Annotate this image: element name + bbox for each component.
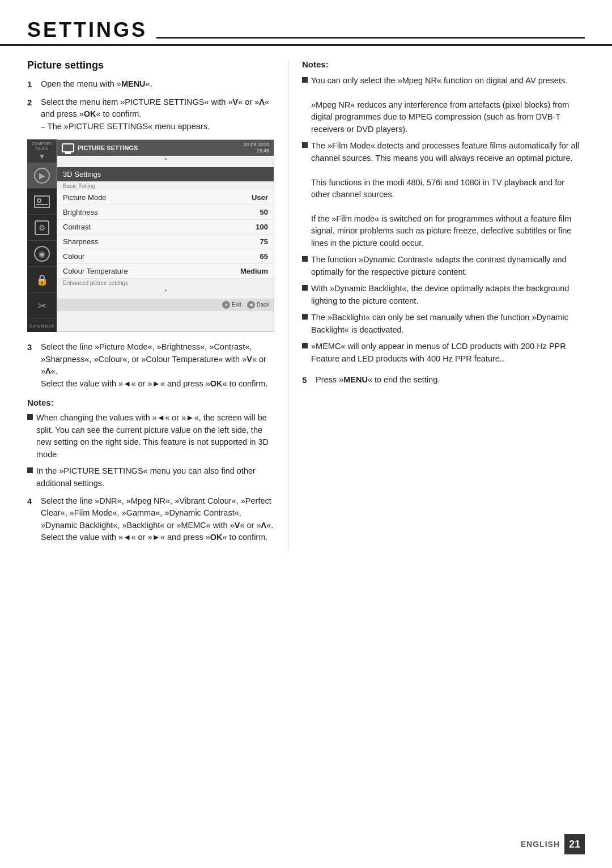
settings-icon: ⚙: [35, 220, 49, 235]
right-column: Notes: You can only select the »Mpeg NR«…: [288, 59, 585, 550]
step-2-num: 2: [27, 96, 36, 133]
step-3: 3 Select the line »Picture Mode«, »Brigh…: [27, 341, 274, 390]
note-2: In the »PICTURE SETTINGS« menu you can a…: [27, 465, 274, 490]
menu-row-colour: Colour 65: [57, 249, 274, 264]
colour-value: 65: [260, 252, 268, 261]
title-line: [156, 37, 585, 39]
contrast-label: Contrast: [63, 223, 91, 231]
page-footer: ENGLISH 21: [521, 834, 585, 854]
picture-settings-menu: COMFORTGUIDE ▼ ▶: [27, 139, 274, 332]
menu-time: 15:48: [256, 148, 269, 154]
step-5-content: Press »MENU« to end the setting.: [316, 374, 585, 386]
sidebar-icon-3: ⚙: [27, 215, 57, 241]
note-1-text: When changing the values with »◄« or »►«…: [36, 412, 274, 461]
s4-ok: OK: [210, 533, 223, 542]
tv-icon: [62, 143, 74, 152]
back-btn: ◀ Back: [247, 301, 269, 309]
picture-icon-circle: [37, 198, 41, 203]
menu-topbar-title: PICTURE SETTINGS: [62, 143, 138, 152]
contrast-value: 100: [256, 223, 268, 231]
s4-v: V: [235, 521, 240, 530]
step-5-num: 5: [302, 374, 311, 386]
tools-icon: ✂: [38, 300, 46, 312]
step5-list: 5 Press »MENU« to end the setting.: [302, 374, 585, 386]
menu-row-3d-label: 3D Settings: [63, 170, 101, 178]
steps-list-2: 3 Select the line »Picture Mode«, »Brigh…: [27, 341, 274, 390]
colour-temp-value: Medium: [240, 267, 268, 275]
comfort-chevron: ▼: [39, 152, 45, 160]
step-1-content: Open the menu with »MENU«.: [41, 78, 274, 91]
notes-heading: Notes:: [27, 398, 274, 407]
right-note-1: You can only select the »Mpeg NR« functi…: [302, 75, 585, 135]
s3-lam: Λ: [45, 367, 51, 376]
menu-body: ˄ 3D Settings Basic Tuning Picture Mode …: [57, 156, 274, 311]
s3-gt: ►: [152, 379, 160, 388]
back-label: Back: [257, 301, 269, 308]
rn1-bullet: [302, 77, 308, 83]
menu-down-arrow: ˅: [57, 287, 274, 299]
exit-btn: ● Exit: [222, 301, 241, 309]
s4-gt: ►: [152, 533, 160, 542]
menu-row-sharpness: Sharpness 75: [57, 235, 274, 249]
right-note-4: With »Dynamic Backlight«, the device opt…: [302, 283, 585, 307]
step-5: 5 Press »MENU« to end the setting.: [302, 374, 585, 386]
s3-v: V: [246, 355, 252, 364]
sharpness-label: Sharpness: [63, 237, 98, 246]
step-2-lam: Λ: [259, 97, 265, 107]
rn6-text: »MEMC« will only appear in menus of LCD …: [311, 341, 585, 365]
exit-icon: ●: [222, 301, 230, 309]
menu-topbar-time: 20.09.2010 15:48: [244, 142, 269, 154]
menu-row-colour-temp: Colour Temperature Medium: [57, 264, 274, 279]
rn4-bullet: [302, 285, 308, 291]
n1-gt: ►: [186, 413, 194, 422]
menu-row-3d: 3D Settings: [57, 167, 274, 182]
sharpness-value: 75: [260, 237, 268, 246]
left-column: Picture settings 1 Open the menu with »M…: [27, 59, 288, 550]
rn1-text: You can only select the »Mpeg NR« functi…: [311, 75, 585, 135]
sidebar-icon-2: [27, 189, 57, 215]
step-4-content: Select the line »DNR«, »Mpeg NR«, »Vibra…: [41, 495, 274, 544]
step-2: 2 Select the menu item »PICTURE SETTINGS…: [27, 96, 274, 133]
right-note-2: The »Film Mode« detects and processes fe…: [302, 140, 585, 249]
step-2-ok: OK: [84, 109, 96, 118]
rn2-text: The »Film Mode« detects and processes fe…: [311, 140, 585, 249]
sound-icon: ◉: [34, 246, 50, 262]
menu-up-arrow: ˄: [57, 156, 274, 167]
picture-icon: [34, 195, 50, 208]
grundig-logo: GRUNDIG: [29, 319, 55, 332]
play-icon: ▶: [34, 168, 50, 184]
menu-sidebar: COMFORTGUIDE ▼ ▶: [27, 139, 57, 332]
step-4: 4 Select the line »DNR«, »Mpeg NR«, »Vib…: [27, 495, 274, 544]
picture-mode-label: Picture Mode: [63, 193, 107, 202]
step-1-num: 1: [27, 78, 36, 91]
picture-mode-value: User: [252, 193, 268, 202]
menu-bottom-bar: ● Exit ◀ Back: [57, 299, 274, 311]
menu-topbar: PICTURE SETTINGS 20.09.2010 15:48: [57, 140, 274, 156]
sidebar-icon-4: ◉: [27, 241, 57, 267]
footer-lang: ENGLISH: [521, 840, 560, 849]
menu-row-contrast: Contrast 100: [57, 220, 274, 235]
colour-label: Colour: [63, 252, 84, 261]
menu-main: PICTURE SETTINGS 20.09.2010 15:48 ˄ 3D S…: [57, 139, 274, 332]
note-2-bullet: [27, 467, 33, 473]
right-notes-list: You can only select the »Mpeg NR« functi…: [302, 75, 585, 365]
sidebar-icon-5: 🔒: [27, 267, 57, 293]
rn5-bullet: [302, 314, 308, 320]
step-1: 1 Open the menu with »MENU«.: [27, 78, 274, 91]
notes-list: When changing the values with »◄« or »►«…: [27, 412, 274, 490]
colour-temp-label: Colour Temperature: [63, 267, 128, 275]
rn3-text: The function »Dynamic Contrast« adapts t…: [311, 254, 585, 278]
brightness-value: 50: [260, 208, 268, 216]
or-text-2: or: [247, 521, 254, 530]
step-2-v: V: [232, 97, 238, 107]
right-note-3: The function »Dynamic Contrast« adapts t…: [302, 254, 585, 278]
page-title: SETTINGS: [27, 18, 147, 42]
s5-menu-bold: MENU: [343, 375, 368, 384]
menu-sidebar-top: COMFORTGUIDE ▼: [27, 139, 57, 163]
note-2-text: In the »PICTURE SETTINGS« menu you can a…: [36, 465, 274, 490]
brightness-label: Brightness: [63, 208, 97, 216]
menu-row-picture-mode: Picture Mode User: [57, 190, 274, 205]
enhanced-label: Enhanced picture settings: [57, 279, 274, 287]
step-1-menu-bold: MENU: [121, 79, 146, 88]
rn5-text: The »Backlight« can only be set manually…: [311, 312, 585, 336]
